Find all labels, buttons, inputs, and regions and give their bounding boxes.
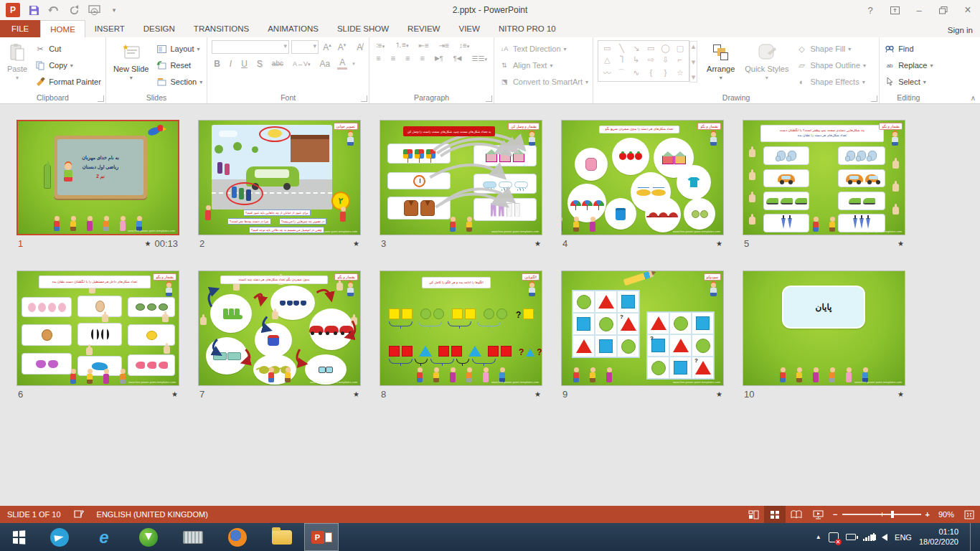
- rounded-rect-shape-icon[interactable]: ▢: [677, 44, 684, 53]
- align-text-button[interactable]: ⇅Align Text▾: [499, 58, 588, 72]
- input-language-indicator[interactable]: ENG: [895, 533, 912, 542]
- on-screen-keyboard-icon[interactable]: [171, 523, 215, 551]
- scribble-shape-icon[interactable]: 〰: [603, 67, 611, 78]
- right-arrow-shape-icon[interactable]: ⇨: [648, 55, 654, 65]
- section-button[interactable]: Section▾: [156, 75, 202, 89]
- decrease-font-size-button[interactable]: A▾: [336, 42, 349, 52]
- tab-insert[interactable]: INSERT: [85, 20, 134, 37]
- underline-button[interactable]: U: [239, 59, 250, 69]
- font-size-combobox[interactable]: [291, 40, 319, 54]
- down-arrow-shape-icon[interactable]: ⇩: [662, 55, 669, 65]
- slide-thumbnail-5[interactable]: بشمار و بگو چه شکل‌هایی دسته‌ی سمت چپ بی…: [743, 120, 905, 251]
- new-slide-dropdown-arrow[interactable]: ▾: [130, 75, 133, 81]
- quick-styles-button[interactable]: Quick Styles ▾: [742, 40, 791, 92]
- firefox-icon[interactable]: [215, 523, 260, 551]
- zoom-out-button[interactable]: −: [833, 510, 837, 519]
- line-shape-icon[interactable]: ╲: [619, 44, 624, 53]
- redo-icon[interactable]: [67, 4, 80, 17]
- text-box-shape-icon[interactable]: ▭: [603, 44, 611, 53]
- tab-slide-show[interactable]: SLIDE SHOW: [328, 20, 398, 37]
- align-left-button[interactable]: ≡: [374, 54, 382, 62]
- restore-button[interactable]: [931, 0, 956, 20]
- arc-shape-icon[interactable]: ⌒: [618, 67, 626, 78]
- find-button[interactable]: Find: [884, 42, 933, 56]
- slide-thumbnail-3[interactable]: بشمار و وصل کن به تعداد شکل‌های سمت چپ، …: [380, 120, 542, 251]
- telegram-icon[interactable]: [37, 523, 82, 551]
- zoom-in-button[interactable]: +: [925, 510, 930, 519]
- action-center-icon[interactable]: [829, 532, 839, 542]
- decrease-indent-button[interactable]: ⇤≡: [417, 42, 431, 50]
- slide-counter[interactable]: SLIDE 1 OF 10: [7, 510, 61, 519]
- new-slide-button[interactable]: New Slide ▾: [110, 40, 152, 92]
- slide-thumbnail-1[interactable]: به نام خدای مهربان ریاضی اول دبستان تم 2…: [17, 120, 179, 251]
- clear-formatting-button[interactable]: A̸: [354, 42, 364, 52]
- slide-thumbnail-9[interactable]: سودوکو ? ?: [561, 270, 724, 402]
- rectangle-shape-icon[interactable]: ▭: [647, 44, 654, 53]
- triangle-shape-icon[interactable]: △: [604, 55, 610, 65]
- language-indicator[interactable]: ENGLISH (UNITED KINGDOM): [97, 510, 208, 519]
- increase-indent-button[interactable]: ⇥≡: [437, 42, 451, 50]
- slide-thumbnail-7[interactable]: بشمار و بگو بدون شمردن بگو تعداد شکل‌های…: [198, 270, 361, 402]
- slide-thumbnail-2[interactable]: تصویر خوانی ۲ برای عبور از خیابان از چه …: [198, 120, 361, 251]
- fit-to-window-button[interactable]: [958, 506, 980, 523]
- shapes-gallery[interactable]: ▭╲↘▭◯▢ △Ⴈ↳⇨⇩⌐ 〰⌒∿{}☆ ▴▾▾: [598, 40, 689, 82]
- layout-button[interactable]: Layout▾: [156, 42, 202, 56]
- convert-to-smartart-button[interactable]: ⬔Convert to SmartArt▾: [499, 75, 588, 89]
- tab-home[interactable]: HOME: [40, 20, 85, 37]
- slide-thumbnail-6[interactable]: بشمار و بگو تعداد شکل‌های داخل هر مستطیل…: [17, 270, 179, 402]
- minimize-button[interactable]: –: [907, 0, 931, 20]
- cut-button[interactable]: ✂Cut: [34, 42, 101, 56]
- elbow-shape-icon[interactable]: Ⴈ: [620, 55, 623, 65]
- clipboard-dialog-launcher[interactable]: [98, 95, 104, 102]
- font-color-button[interactable]: A: [337, 57, 347, 70]
- curve-shape-icon[interactable]: ∿: [633, 68, 639, 77]
- numbering-button[interactable]: ⒈≡▾: [392, 40, 410, 50]
- columns-button[interactable]: ☰☰▾: [469, 55, 489, 62]
- text-shadow-button[interactable]: S: [255, 59, 265, 69]
- paste-button[interactable]: Paste ▾: [4, 40, 30, 92]
- slide-show-view-button[interactable]: [807, 506, 829, 523]
- reading-view-button[interactable]: [786, 506, 807, 523]
- tab-file[interactable]: FILE: [0, 20, 40, 37]
- align-center-button[interactable]: ≡: [389, 54, 397, 62]
- character-spacing-button[interactable]: A↔V▾: [291, 60, 313, 67]
- show-desktop-button[interactable]: [970, 523, 976, 551]
- right-brace-shape-icon[interactable]: }: [664, 68, 667, 77]
- slide-thumbnail-4[interactable]: بشمار و بگو تعداد شکل‌های هر دسته را بدو…: [561, 120, 724, 251]
- zoom-slider[interactable]: [842, 514, 921, 515]
- arrange-button[interactable]: Arrange ▾: [704, 40, 738, 92]
- power-icon[interactable]: [846, 534, 856, 540]
- reset-button[interactable]: Reset: [156, 58, 202, 72]
- format-painter-button[interactable]: Format Painter: [34, 75, 101, 89]
- show-hidden-icons-button[interactable]: ▲: [816, 534, 821, 540]
- increase-font-size-button[interactable]: A▴: [321, 42, 334, 52]
- align-right-button[interactable]: ≡: [403, 54, 412, 62]
- collapse-ribbon-button[interactable]: ∧: [971, 94, 976, 102]
- file-explorer-icon[interactable]: [260, 523, 304, 551]
- shape-fill-button[interactable]: ◇Shape Fill▾: [796, 42, 866, 56]
- font-dialog-launcher[interactable]: [361, 95, 367, 102]
- left-brace-shape-icon[interactable]: {: [649, 68, 652, 77]
- line-spacing-button[interactable]: ↕≡▾: [457, 42, 471, 50]
- paragraph-dialog-launcher[interactable]: [486, 95, 492, 102]
- replace-button[interactable]: abReplace▾: [884, 58, 933, 72]
- tab-animations[interactable]: ANIMATIONS: [258, 20, 328, 37]
- volume-icon[interactable]: [882, 534, 887, 541]
- close-button[interactable]: ×: [956, 0, 980, 20]
- bold-button[interactable]: B: [212, 59, 222, 69]
- italic-button[interactable]: I: [227, 59, 234, 69]
- powerpoint-taskbar-button[interactable]: P: [304, 523, 339, 551]
- shapes-gallery-scrollbar[interactable]: ▴▾▾: [689, 41, 697, 83]
- tab-transitions[interactable]: TRANSITIONS: [184, 20, 258, 37]
- undo-icon[interactable]: [47, 4, 60, 17]
- star-shape-icon[interactable]: ☆: [677, 68, 684, 77]
- start-from-beginning-icon[interactable]: [88, 4, 100, 17]
- customize-quick-access-icon[interactable]: ▾: [108, 4, 121, 17]
- slide-thumbnail-8[interactable]: الگویابی الگوها را ادامه بده و هر الگو ر…: [380, 270, 542, 402]
- change-case-button[interactable]: Aa: [318, 59, 333, 69]
- ltr-direction-button[interactable]: ▶¶: [433, 55, 446, 62]
- drawing-dialog-launcher[interactable]: [871, 95, 877, 102]
- select-button[interactable]: Select▾: [884, 75, 933, 89]
- help-button[interactable]: ?: [858, 0, 882, 20]
- internet-explorer-icon[interactable]: e: [82, 523, 126, 551]
